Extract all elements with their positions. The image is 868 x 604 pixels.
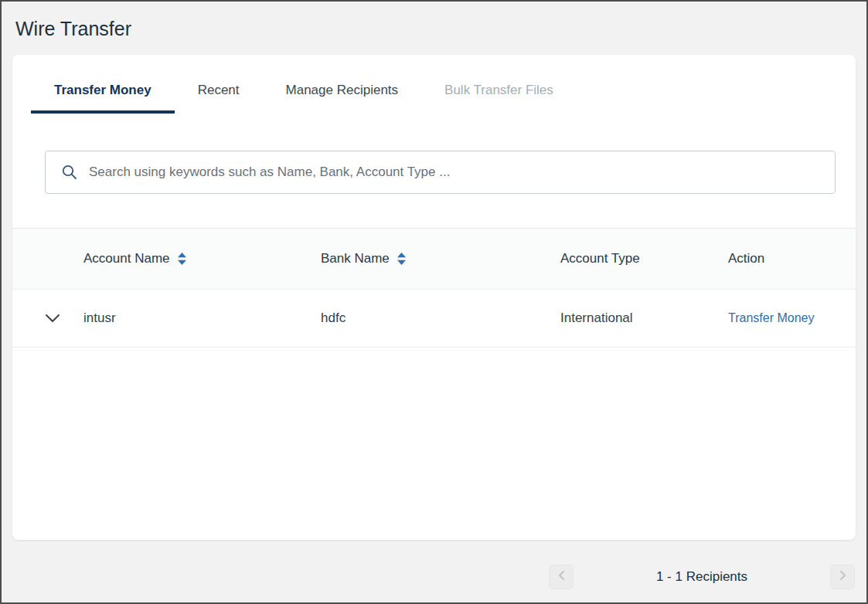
cell-account-type: International: [560, 310, 728, 326]
cell-action: Transfer Money: [728, 310, 856, 326]
page-header: Wire Transfer: [2, 2, 866, 55]
tab-recent[interactable]: Recent: [175, 73, 263, 114]
cell-account-name: intusr: [83, 310, 321, 326]
wire-transfer-screen: Wire Transfer Transfer Money Recent Mana…: [0, 0, 868, 604]
recipients-table: Account Name Bank Name: [12, 228, 856, 348]
chevron-down-icon[interactable]: [45, 314, 60, 323]
content-card: Transfer Money Recent Manage Recipients …: [12, 55, 856, 540]
tab-transfer-money[interactable]: Transfer Money: [31, 73, 175, 114]
sort-icon-account-name[interactable]: [177, 252, 187, 266]
tab-bar: Transfer Money Recent Manage Recipients …: [12, 55, 856, 114]
table-header-row: Account Name Bank Name: [12, 228, 856, 290]
pagination-prev-button[interactable]: [549, 565, 574, 589]
tab-manage-recipients[interactable]: Manage Recipients: [263, 73, 422, 114]
column-header-account-name: Account Name: [83, 251, 321, 266]
chevron-left-icon: [558, 570, 565, 584]
pagination-next-button[interactable]: [830, 565, 855, 589]
column-header-action: Action: [728, 251, 856, 266]
search-input[interactable]: [89, 165, 835, 180]
column-header-bank-name: Bank Name: [321, 251, 560, 266]
tab-bulk-transfer-files[interactable]: Bulk Transfer Files: [421, 73, 577, 114]
pagination-label: 1 - 1 Recipients: [574, 569, 830, 585]
sort-icon-bank-name[interactable]: [397, 252, 407, 266]
column-header-account-type: Account Type: [560, 251, 728, 266]
table-row: intusr hdfc International Transfer Money: [12, 290, 856, 348]
cell-bank-name: hdfc: [321, 310, 560, 326]
row-expander-cell: [12, 314, 83, 323]
chevron-right-icon: [839, 570, 846, 584]
transfer-money-link[interactable]: Transfer Money: [728, 311, 814, 324]
search-icon: [61, 164, 78, 181]
page-title: Wire Transfer: [15, 14, 853, 44]
pagination-bar: 1 - 1 Recipients: [2, 565, 855, 589]
search-box: [45, 151, 836, 194]
